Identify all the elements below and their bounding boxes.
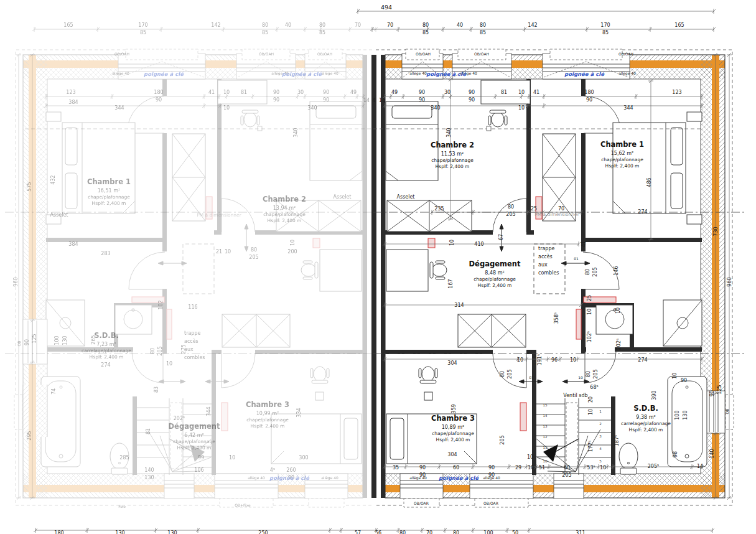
dim-label: 90 xyxy=(419,90,425,95)
dim-label: 123 xyxy=(66,90,75,95)
note-label: Asselet xyxy=(50,212,68,218)
dim-label: 80 xyxy=(251,247,257,253)
hardware-note-label: poignée à clé xyxy=(144,71,184,77)
dim-label: 130 xyxy=(62,335,68,345)
dim-label: 125 xyxy=(717,385,722,394)
dim-label: 200 xyxy=(287,249,297,255)
attic-hatch xyxy=(534,244,565,294)
stair-step-number: 4 xyxy=(599,447,602,451)
dim-label: 344 xyxy=(206,406,212,416)
room-height-label: Hsplf: 2,400 m xyxy=(605,163,640,169)
desk-degagement xyxy=(386,250,428,291)
dim-label: 106 xyxy=(194,467,203,473)
dim-label: 99 xyxy=(198,455,204,461)
dim-label: 205 xyxy=(507,369,513,378)
dim-label: 274 xyxy=(638,357,647,363)
window-tag-label: OB/OAH xyxy=(259,52,274,56)
stair-step-number: 5 xyxy=(599,459,602,463)
dim-label: 53⁵ xyxy=(587,465,595,471)
dim-label: 90 xyxy=(273,90,279,95)
window-tag-label: OB/OAR xyxy=(414,501,429,505)
dim-label: 130 xyxy=(115,530,124,534)
dim-label: 165 xyxy=(63,22,73,28)
room-height-label: Hsplf: 2,400 m xyxy=(629,427,663,433)
dim-label: 60 xyxy=(453,465,459,471)
dim-label: 90 xyxy=(469,90,475,95)
dim-label: 10 xyxy=(518,90,525,95)
dim-label: 10 xyxy=(527,454,533,460)
window-tag-label: 01 xyxy=(574,256,579,261)
dim-label: 40 xyxy=(285,22,291,28)
dim-label: 340 xyxy=(307,105,317,111)
dim-label: 102 xyxy=(158,300,164,309)
dim-label: 130 xyxy=(144,475,154,480)
dim-label: 85 xyxy=(422,30,429,35)
room-area-label: 6,42 m² xyxy=(184,433,203,438)
note-label: accès xyxy=(538,253,553,260)
window-bottom-2 xyxy=(470,474,533,507)
room-finish-label: carrelage/plafonnage xyxy=(621,421,671,426)
faint-note-label: PM à dimensionner xyxy=(534,212,580,217)
dim-label: 25 xyxy=(587,295,592,301)
room-area-label: 15,62 m² xyxy=(611,151,633,156)
dim-label: 4 xyxy=(372,98,375,103)
dim-label: 100 xyxy=(483,530,493,534)
stair-step-number: 12 xyxy=(543,435,548,439)
dim-label: 70 xyxy=(387,22,393,28)
dim-label: 80 xyxy=(150,348,156,354)
window-tag-label: allège 40 xyxy=(321,475,338,480)
dim-label: 49 xyxy=(391,90,398,95)
dim-label: 202⁵ xyxy=(616,339,622,350)
dim-label: 116 xyxy=(188,304,197,310)
room-height-label: Hsplf: 2,400 m xyxy=(177,445,212,451)
unit-right-geometry xyxy=(371,49,734,507)
dim-label: 80 xyxy=(480,22,486,28)
stair-step-number: 3 xyxy=(599,434,602,438)
window-tag-label: allège 40 xyxy=(409,71,427,76)
dim-label: 90 xyxy=(469,97,475,103)
dim-label: 140 xyxy=(709,449,715,458)
dim-label: 80 xyxy=(585,269,590,275)
dim-label: 10 xyxy=(615,307,621,314)
dim-label: 81 xyxy=(241,90,247,95)
dim-label: 10 xyxy=(225,249,231,255)
dim-label: 90 xyxy=(681,378,687,383)
dim-label: 10 xyxy=(517,357,523,363)
dim-label: 10 xyxy=(672,373,678,379)
room-name-label: Dégagement xyxy=(469,260,521,268)
dim-label: 191⁵ xyxy=(537,354,543,365)
window-tag-label: OB/OAR xyxy=(483,501,498,505)
dim-label: 10 xyxy=(223,90,230,95)
dim-label: 260 xyxy=(286,467,296,473)
dim-label: 10 xyxy=(518,105,525,111)
room-name-label: Chambre 1 xyxy=(87,177,131,186)
dim-label: 10 xyxy=(223,105,230,111)
faint-note-label: PM à dimensionner xyxy=(197,212,242,218)
dim-label: 205 xyxy=(249,255,258,260)
dim-label: 57 xyxy=(355,530,361,534)
dim-label: 140 xyxy=(144,467,154,473)
dim-label: 130 xyxy=(683,410,688,419)
note-label: aux xyxy=(538,262,548,268)
room-name-label: Chambre 3 xyxy=(431,414,475,423)
dim-label: 180 xyxy=(154,90,163,95)
dim-label: 359 xyxy=(451,404,457,413)
dim-label: 334 xyxy=(296,408,302,417)
dim-label: 170 xyxy=(138,22,147,28)
dim-label: 68⁵ xyxy=(590,385,598,390)
room-finish-label: carrelage/plafonnage xyxy=(82,348,131,354)
window-tag-label: allège 40 xyxy=(112,71,129,76)
dim-label: 90 xyxy=(24,339,30,345)
window-tag-label: OB xyxy=(725,409,729,415)
dim-label: 187⁵ xyxy=(614,435,620,446)
hardware-note-label: poignée à clé xyxy=(426,71,467,77)
note-label: trappe xyxy=(538,246,554,251)
window-tag-label: allège 40 xyxy=(321,71,338,76)
dim-label: 205 xyxy=(562,472,571,478)
dim-label: 410 xyxy=(474,241,483,247)
dim-label: 130 xyxy=(167,530,177,534)
dim-label: 205 xyxy=(593,369,599,378)
dim-label: 275 xyxy=(181,344,187,354)
room-area-label: 9,38 m² xyxy=(636,415,655,420)
dim-label: 80 xyxy=(508,204,514,210)
